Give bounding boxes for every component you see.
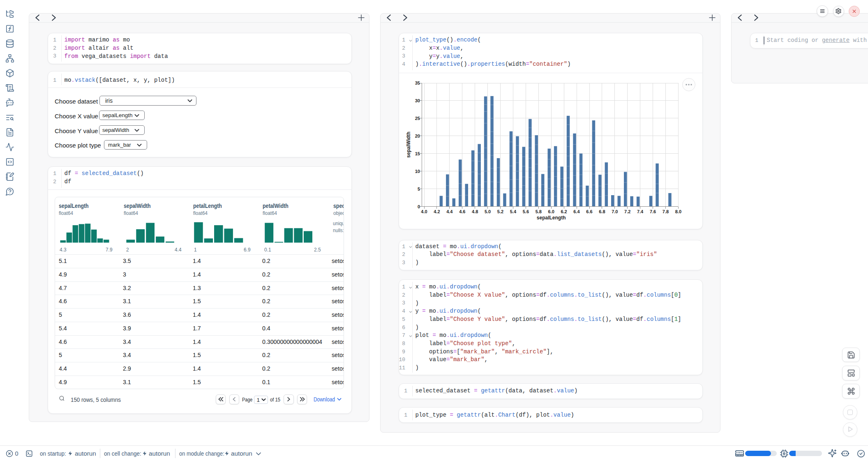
svg-text:0: 0 — [418, 204, 420, 209]
svg-text:35: 35 — [415, 81, 420, 85]
svg-text:7.2: 7.2 — [624, 209, 630, 214]
svg-text:5.2: 5.2 — [497, 209, 503, 214]
svg-text:4.8: 4.8 — [472, 209, 478, 214]
svg-text:6.2: 6.2 — [561, 209, 567, 214]
svg-text:20: 20 — [415, 134, 420, 138]
svg-text:5: 5 — [418, 187, 420, 191]
svg-text:5.6: 5.6 — [523, 209, 529, 214]
svg-text:7.6: 7.6 — [650, 209, 656, 214]
svg-text:4.2: 4.2 — [434, 209, 440, 214]
svg-text:5.0: 5.0 — [485, 209, 491, 214]
svg-text:30: 30 — [415, 98, 420, 103]
svg-text:5.8: 5.8 — [536, 209, 542, 214]
svg-text:6.8: 6.8 — [599, 209, 605, 214]
svg-text:25: 25 — [415, 116, 420, 121]
svg-text:7.0: 7.0 — [612, 209, 618, 214]
svg-text:15: 15 — [415, 151, 420, 156]
svg-text:4.4: 4.4 — [446, 209, 453, 214]
svg-text:6.4: 6.4 — [573, 209, 580, 214]
svg-text:5.4: 5.4 — [510, 209, 517, 214]
svg-text:10: 10 — [415, 169, 420, 174]
svg-text:sepalWidth: sepalWidth — [406, 131, 411, 158]
svg-text:8.0: 8.0 — [675, 209, 681, 214]
svg-text:4.6: 4.6 — [459, 209, 465, 214]
svg-text:7.8: 7.8 — [663, 209, 669, 214]
svg-text:4.0: 4.0 — [421, 209, 427, 214]
svg-text:6.6: 6.6 — [586, 209, 592, 214]
svg-text:6.0: 6.0 — [548, 209, 554, 214]
svg-text:7.4: 7.4 — [637, 209, 644, 214]
svg-text:sepalLength: sepalLength — [537, 215, 566, 221]
